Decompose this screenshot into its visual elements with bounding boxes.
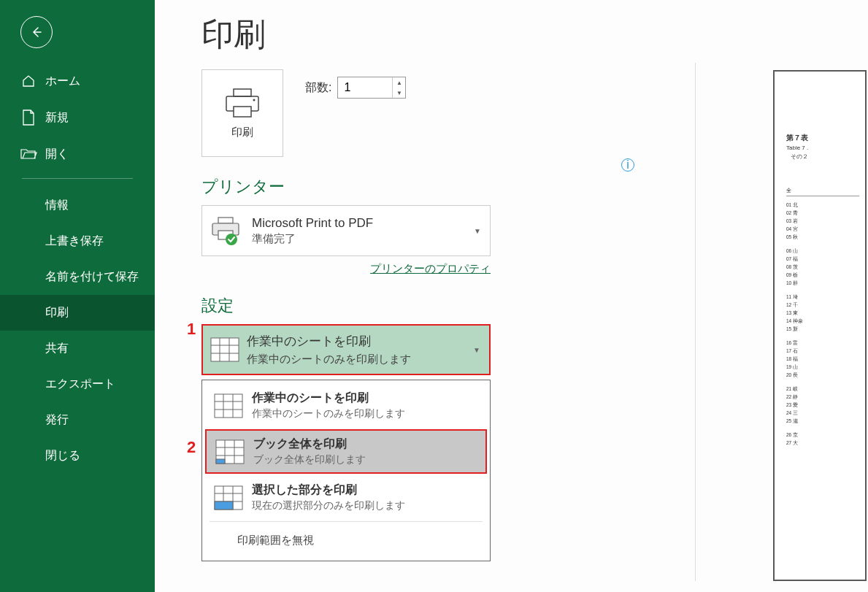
home-icon [20,73,37,89]
sidebar-item-open[interactable]: 開く [0,136,155,172]
sidebar-item-share[interactable]: 共有 [0,331,155,366]
chevron-down-icon: ▼ [473,346,480,354]
chevron-down-icon: ▼ [474,227,481,235]
option-texts: 選択した部分を印刷 現在の選択部分のみを印刷します [252,483,405,512]
sidebar-item-label: 共有 [45,341,69,356]
svg-point-7 [226,234,237,245]
printer-texts: Microsoft Print to PDF 準備完了 [252,216,373,246]
svg-rect-13 [215,394,242,418]
backstage-sidebar: ホーム 新規 開く 情報 上書き保存 名前を付けて保存 印刷 共有 エクスポート… [0,0,155,592]
selector-desc: 作業中のシートのみを印刷します [247,353,411,366]
info-icon[interactable]: i [621,158,634,172]
printer-small-icon [210,216,245,245]
page-title: 印刷 [201,13,868,56]
back-arrow-icon [29,25,44,39]
svg-rect-4 [218,218,233,223]
option-title: ブック全体を印刷 [253,437,366,452]
preview-rows: 01 北02 青03 岩04 宮05 秋06 山07 福08 茨09 栃10 群… [786,201,859,447]
printer-selector[interactable]: Microsoft Print to PDF 準備完了 ▼ [201,205,491,256]
printer-properties-link[interactable]: プリンターのプロパティ [370,262,491,274]
vertical-divider [695,63,696,581]
option-entire-workbook[interactable]: ブック全体を印刷 ブック全体を印刷します [205,429,487,474]
preview-title: 第７表 [786,133,859,143]
sidebar-item-export[interactable]: エクスポート [0,366,155,402]
print-button-label: 印刷 [231,126,253,139]
sidebar-item-label: 情報 [45,198,69,213]
annotation-2: 2 [187,438,196,457]
sidebar-divider [22,178,133,179]
ignore-print-area[interactable]: 印刷範囲を無視 [202,523,490,558]
svg-rect-29 [215,501,233,510]
svg-rect-8 [211,338,239,361]
svg-rect-0 [234,89,251,96]
sidebar-item-label: 閉じる [45,448,80,464]
print-preview: 第７表 Table 7 . その２ 全 01 北02 青03 岩04 宮05 秋… [773,70,868,581]
sidebar-item-publish[interactable]: 発行 [0,402,155,438]
sidebar-item-label: 名前を付けて保存 [45,269,139,285]
svg-rect-2 [234,107,251,117]
option-texts: 作業中のシートを印刷 作業中のシートのみを印刷します [252,391,405,420]
open-folder-icon [20,146,37,162]
printer-large-icon [223,88,261,120]
svg-rect-23 [216,459,225,464]
preview-subtitle: その２ [791,153,859,161]
option-selection[interactable]: 選択した部分を印刷 現在の選択部分のみを印刷します [202,475,490,520]
option-desc: 作業中のシートのみを印刷します [252,407,405,420]
svg-point-3 [253,99,256,101]
sidebar-item-save-as[interactable]: 名前を付けて保存 [0,259,155,295]
print-range-dropdown: 作業中のシートを印刷 作業中のシートのみを印刷します ブック全体を印刷 ブック全… [201,380,491,561]
workbook-icon [215,439,245,464]
settings-heading: 設定 [201,295,868,317]
spin-buttons: ▲ ▼ [392,77,405,98]
copies-spinner: ▲ ▼ [337,77,406,99]
preview-total-label: 全 [786,187,859,196]
copies-input[interactable] [338,77,392,98]
option-active-sheets[interactable]: 作業中のシートを印刷 作業中のシートのみを印刷します [202,383,490,428]
sidebar-item-close[interactable]: 閉じる [0,438,155,474]
sheet-icon [214,393,243,418]
sidebar-item-info[interactable]: 情報 [0,188,155,223]
selector-texts: 作業中のシートを印刷 作業中のシートのみを印刷します [247,333,411,366]
sidebar-item-label: エクスポート [45,377,115,392]
preview-subtitle-en: Table 7 . [786,145,859,151]
option-title: 作業中のシートを印刷 [252,391,405,406]
printer-name: Microsoft Print to PDF [252,216,373,231]
option-texts: ブック全体を印刷 ブック全体を印刷します [253,437,366,466]
sidebar-item-label: 開く [45,147,69,162]
print-button[interactable]: 印刷 [201,69,283,157]
sidebar-item-label: 上書き保存 [45,234,104,249]
print-row: 印刷 部数: ▲ ▼ [201,69,868,157]
printer-status: 準備完了 [252,232,373,246]
sheet-icon [210,337,239,362]
printer-properties-row: プリンターのプロパティ [201,262,491,276]
option-title: 選択した部分を印刷 [252,483,405,498]
sidebar-item-home[interactable]: ホーム [0,63,155,99]
selector-title: 作業中のシートを印刷 [247,333,411,350]
copies-down[interactable]: ▼ [393,88,405,98]
copies-row: 部数: ▲ ▼ [305,77,406,99]
sidebar-item-label: 新規 [45,110,69,126]
annotation-1: 1 [187,320,196,339]
sidebar-item-new[interactable]: 新規 [0,99,155,136]
main-content: 印刷 印刷 部数: ▲ ▼ プリンター i [155,0,868,592]
copies-up[interactable]: ▲ [393,77,405,88]
sidebar-item-label: 印刷 [45,305,69,320]
preview-page: 第７表 Table 7 . その２ 全 01 北02 青03 岩04 宮05 秋… [773,70,867,581]
sidebar-item-label: ホーム [45,74,80,89]
dropdown-divider [210,521,483,522]
printer-heading: プリンター [201,176,868,198]
new-file-icon [20,109,37,126]
selection-icon [214,485,243,510]
back-button[interactable] [20,16,53,48]
print-range-selector[interactable]: 作業中のシートを印刷 作業中のシートのみを印刷します ▼ [201,324,491,375]
option-desc: 現在の選択部分のみを印刷します [252,499,405,512]
option-desc: ブック全体を印刷します [253,453,366,466]
sidebar-item-label: 発行 [45,412,69,428]
copies-label: 部数: [305,80,331,96]
sidebar-item-save[interactable]: 上書き保存 [0,223,155,259]
sidebar-item-print[interactable]: 印刷 [0,295,155,331]
